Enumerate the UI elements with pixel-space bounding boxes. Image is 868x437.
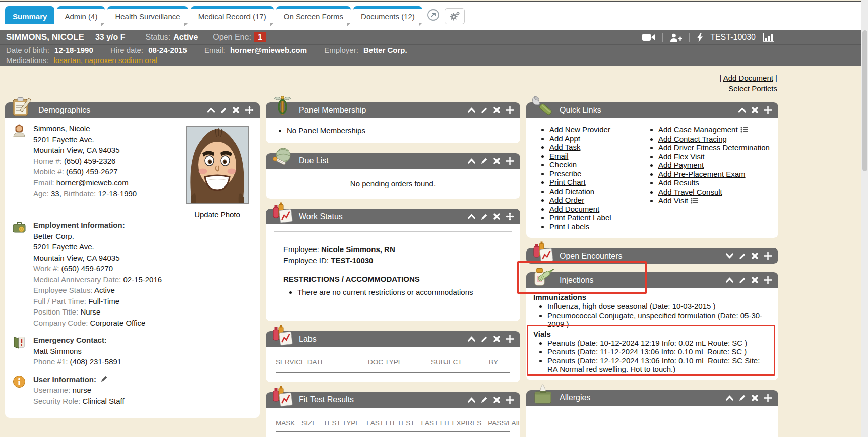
quick-link[interactable]: Add Document <box>549 205 599 213</box>
edit-pencil-icon[interactable] <box>220 107 227 114</box>
edit-pencil-icon[interactable] <box>739 253 746 260</box>
move-icon[interactable] <box>764 252 772 260</box>
quick-link[interactable]: Add New Provider <box>549 125 610 134</box>
edit-pencil-icon[interactable] <box>481 336 488 343</box>
fit-test-results-header[interactable]: Fit Test Results <box>266 392 520 408</box>
person-add-icon[interactable] <box>670 33 682 42</box>
move-icon[interactable] <box>506 396 514 404</box>
quick-links-header[interactable]: Quick Links <box>526 102 778 118</box>
edit-pencil-icon[interactable] <box>481 213 488 220</box>
open-new-window-icon[interactable] <box>427 9 440 23</box>
labs-header[interactable]: Labs <box>266 331 520 347</box>
tab-health-surveillance[interactable]: Health Surveillance <box>107 6 188 24</box>
tab-admin[interactable]: Admin (4) <box>57 6 105 24</box>
column-header[interactable]: DOC TYPE <box>368 357 431 368</box>
collapse-chevron-icon[interactable] <box>738 107 746 113</box>
quick-link[interactable]: Prescribe <box>549 169 581 178</box>
column-header-link[interactable]: TEST TYPE <box>323 418 360 429</box>
quick-link[interactable]: Print Labels <box>549 222 589 231</box>
quick-link[interactable]: Add Appt <box>549 134 580 143</box>
injections-header[interactable]: Injections <box>526 272 778 288</box>
edit-pencil-icon[interactable] <box>739 277 746 284</box>
close-icon[interactable] <box>493 213 500 220</box>
open-encounter-badge[interactable]: 1 <box>254 32 266 42</box>
scrollbar-thumb[interactable] <box>862 30 867 171</box>
page-scrollbar[interactable] <box>861 0 868 437</box>
allergies-header[interactable]: Allergies <box>526 390 778 406</box>
update-photo-link[interactable]: Update Photo <box>194 209 240 220</box>
tab-documents[interactable]: Documents (12) <box>353 6 422 24</box>
close-icon[interactable] <box>752 277 758 283</box>
collapse-chevron-icon[interactable] <box>468 336 475 342</box>
collapse-chevron-icon[interactable] <box>468 214 475 219</box>
move-icon[interactable] <box>764 106 772 114</box>
move-icon[interactable] <box>245 106 254 114</box>
quick-link[interactable]: Add Task <box>549 143 580 151</box>
edit-pencil-icon[interactable] <box>481 396 488 403</box>
patient-name-link[interactable]: Simmons, Nicole <box>33 124 90 133</box>
close-icon[interactable] <box>752 107 758 113</box>
quick-link[interactable]: Print Chart <box>549 178 586 186</box>
move-icon[interactable] <box>764 276 772 284</box>
quick-link[interactable]: Add Visit <box>658 196 688 205</box>
close-icon[interactable] <box>493 107 500 113</box>
move-icon[interactable] <box>506 157 514 165</box>
quick-link[interactable]: Add Payment <box>658 161 704 169</box>
quick-link[interactable]: Add Driver Fitness Determination <box>658 143 770 152</box>
quick-link[interactable]: Add Order <box>549 196 584 204</box>
quick-link[interactable]: Print Patient Label <box>549 213 611 222</box>
tab-on-screen-forms[interactable]: On Screen Forms <box>276 6 351 24</box>
medication-link[interactable]: naproxen sodium oral <box>85 56 157 65</box>
quick-link[interactable]: Add Case Management <box>658 125 738 134</box>
collapse-chevron-icon[interactable] <box>207 107 215 113</box>
quick-link[interactable]: Add Results <box>658 178 699 187</box>
column-header-link[interactable]: PASS/FAIL <box>488 418 522 429</box>
edit-user-pencil-icon[interactable] <box>101 375 108 382</box>
video-camera-icon[interactable] <box>642 33 655 41</box>
collapse-chevron-icon[interactable] <box>468 107 475 113</box>
close-icon[interactable] <box>233 107 239 113</box>
column-header[interactable]: BY <box>489 357 498 368</box>
move-icon[interactable] <box>764 394 772 402</box>
close-icon[interactable] <box>752 253 758 259</box>
quick-link[interactable]: Add Pre-Placement Exam <box>658 170 746 178</box>
move-icon[interactable] <box>506 212 514 221</box>
collapse-chevron-icon[interactable] <box>726 277 733 283</box>
tab-medical-record[interactable]: Medical Record (17) <box>191 6 274 24</box>
quick-link[interactable]: Email <box>549 152 569 160</box>
move-icon[interactable] <box>506 106 514 114</box>
quick-link[interactable]: Add Flex Visit <box>658 152 704 161</box>
column-header-link[interactable]: LAST FIT EXPIRES <box>421 418 482 429</box>
medication-link[interactable]: losartan <box>53 56 80 65</box>
add-document-link[interactable]: Add Document <box>723 74 773 82</box>
list-icon[interactable] <box>691 197 699 205</box>
close-icon[interactable] <box>752 395 758 401</box>
demographics-portlet-header[interactable]: Demographics <box>5 102 260 118</box>
close-icon[interactable] <box>493 336 500 342</box>
collapse-chevron-icon[interactable] <box>468 397 475 403</box>
settings-button[interactable] <box>445 8 465 24</box>
flowsheet-chart-icon[interactable] <box>763 33 775 42</box>
collapse-chevron-icon[interactable] <box>726 395 733 401</box>
quick-link[interactable]: Add Contact Tracing <box>658 135 727 143</box>
column-header-link[interactable]: MASK <box>276 418 295 429</box>
tab-summary[interactable]: Summary <box>5 6 54 24</box>
collapse-chevron-icon[interactable] <box>468 158 475 164</box>
move-icon[interactable] <box>506 335 514 343</box>
open-encounters-header[interactable]: Open Encounters <box>526 248 778 264</box>
expand-chevron-icon[interactable] <box>726 253 733 259</box>
close-icon[interactable] <box>493 158 500 164</box>
select-portlets-link[interactable]: Select Portlets <box>728 84 777 93</box>
due-list-header[interactable]: Due List <box>266 153 520 169</box>
column-header-link[interactable]: SIZE <box>301 418 317 429</box>
panel-membership-header[interactable]: Panel Membership <box>266 102 520 118</box>
work-status-header[interactable]: Work Status <box>266 209 520 224</box>
quick-link[interactable]: Add Dictation <box>549 187 594 196</box>
column-header-link[interactable]: LAST FIT TEST <box>366 418 414 429</box>
lightning-icon[interactable] <box>697 33 703 42</box>
edit-pencil-icon[interactable] <box>481 157 488 164</box>
column-header[interactable]: SUBJECT <box>431 357 489 368</box>
column-header[interactable]: SERVICE DATE <box>276 357 368 368</box>
quick-link[interactable]: Checkin <box>549 160 577 169</box>
close-icon[interactable] <box>493 397 500 403</box>
